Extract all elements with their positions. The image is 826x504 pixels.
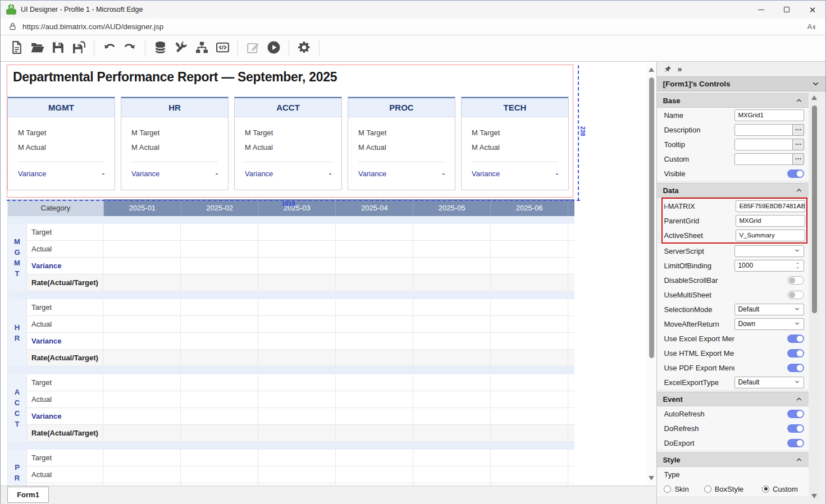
grid-cell[interactable] bbox=[413, 450, 491, 466]
grid-cell[interactable] bbox=[258, 299, 336, 315]
grid-cell[interactable] bbox=[491, 258, 568, 274]
grid-cell[interactable] bbox=[103, 374, 181, 391]
grid-cell[interactable] bbox=[336, 466, 413, 483]
grid-cell[interactable] bbox=[103, 299, 181, 315]
undo-button[interactable] bbox=[99, 38, 120, 59]
grid-cell[interactable] bbox=[103, 391, 181, 407]
grid-cell[interactable] bbox=[103, 274, 181, 291]
scroll-down-icon[interactable] bbox=[811, 494, 817, 498]
use-pdf-export-menu-toggle[interactable] bbox=[787, 364, 804, 372]
grid-cell[interactable] bbox=[491, 425, 568, 441]
grid-cell[interactable] bbox=[413, 224, 491, 240]
grid-cell[interactable] bbox=[491, 350, 568, 366]
autorefresh-toggle[interactable] bbox=[787, 410, 804, 418]
panel-scrollbar[interactable] bbox=[810, 93, 819, 501]
grid-cell[interactable] bbox=[103, 408, 181, 424]
grid-cell[interactable] bbox=[103, 224, 181, 240]
edit-button[interactable] bbox=[243, 38, 263, 59]
grid-cell[interactable] bbox=[413, 391, 491, 407]
grid-cell[interactable] bbox=[336, 241, 413, 257]
dept-card-tech[interactable]: TECHM TargetM ActualVariance- bbox=[461, 97, 569, 190]
ellipsis-button[interactable]: ··· bbox=[792, 153, 804, 165]
grid-cell[interactable] bbox=[258, 391, 336, 407]
parentgrid-input[interactable]: MXGrid bbox=[736, 215, 805, 227]
grid-cell[interactable] bbox=[258, 274, 336, 291]
code-button[interactable] bbox=[212, 38, 233, 59]
grid-cell[interactable] bbox=[258, 425, 336, 441]
disablescrollbar-toggle[interactable] bbox=[787, 276, 804, 285]
grid-cell[interactable] bbox=[413, 274, 491, 291]
collapse-panel-icon[interactable]: » bbox=[677, 65, 682, 74]
minimize-button[interactable] bbox=[748, 1, 774, 19]
ellipsis-button[interactable]: ··· bbox=[792, 124, 804, 136]
grid-cell[interactable] bbox=[413, 466, 491, 483]
grid-cell[interactable] bbox=[181, 466, 258, 483]
maximize-button[interactable] bbox=[774, 1, 800, 19]
serverscript-select[interactable] bbox=[734, 245, 804, 257]
grid-cell[interactable] bbox=[336, 299, 413, 315]
open-folder-button[interactable] bbox=[27, 38, 48, 59]
limitofbinding-spinner[interactable]: 1000 bbox=[734, 260, 804, 272]
grid-cell[interactable] bbox=[103, 241, 181, 257]
grid-cell[interactable] bbox=[181, 408, 258, 424]
grid-cell[interactable] bbox=[336, 425, 413, 441]
grid-cell[interactable] bbox=[258, 374, 336, 391]
data-grid[interactable]: Category2025-012025-022025-032025-042025… bbox=[7, 199, 574, 485]
grid-cell[interactable] bbox=[181, 258, 258, 274]
use-html-export-menu-toggle[interactable] bbox=[787, 349, 804, 358]
grid-cell[interactable] bbox=[258, 408, 336, 424]
grid-cell[interactable] bbox=[336, 333, 413, 349]
grid-cell[interactable] bbox=[491, 408, 568, 424]
grid-cell[interactable] bbox=[258, 466, 336, 483]
database-button[interactable] bbox=[150, 38, 171, 59]
grid-cell[interactable] bbox=[336, 224, 413, 240]
canvas-scrollbar[interactable] bbox=[647, 63, 656, 485]
grid-cell[interactable] bbox=[336, 391, 413, 407]
grid-cell[interactable] bbox=[181, 299, 258, 315]
close-button[interactable]: ✕ bbox=[800, 1, 825, 19]
grid-cell[interactable] bbox=[491, 241, 568, 257]
visible-toggle[interactable] bbox=[787, 169, 804, 178]
selectionmode-select[interactable]: Default bbox=[734, 304, 804, 315]
grid-cell[interactable] bbox=[413, 350, 491, 366]
grid-cell[interactable] bbox=[491, 374, 568, 391]
doexport-toggle[interactable] bbox=[787, 439, 804, 447]
scroll-up-icon[interactable] bbox=[811, 95, 817, 100]
radio-icon[interactable] bbox=[704, 485, 711, 493]
scroll-up-icon[interactable] bbox=[649, 67, 654, 72]
grid-cell[interactable] bbox=[181, 316, 258, 332]
grid-cell[interactable] bbox=[103, 333, 181, 349]
usemultisheet-toggle[interactable] bbox=[787, 291, 804, 299]
grid-cell[interactable] bbox=[103, 258, 181, 274]
grid-cell[interactable] bbox=[181, 350, 258, 366]
panel-scrollbar-thumb[interactable] bbox=[812, 106, 817, 313]
grid-cell[interactable] bbox=[258, 241, 336, 257]
grid-cell[interactable] bbox=[103, 425, 181, 441]
grid-cell[interactable] bbox=[491, 466, 568, 483]
grid-cell[interactable] bbox=[258, 333, 336, 349]
grid-cell[interactable] bbox=[181, 374, 258, 391]
grid-cell[interactable] bbox=[491, 299, 568, 315]
run-button[interactable] bbox=[263, 38, 284, 59]
name-input[interactable]: MXGrid1 bbox=[734, 109, 804, 121]
redo-button[interactable] bbox=[120, 38, 140, 59]
tools-button[interactable] bbox=[171, 38, 191, 59]
ellipsis-button[interactable]: ··· bbox=[792, 139, 804, 150]
grid-cell[interactable] bbox=[491, 391, 568, 407]
grid-cell[interactable] bbox=[413, 408, 491, 424]
grid-cell[interactable] bbox=[336, 374, 413, 391]
moveafterreturn-select[interactable]: Down bbox=[734, 318, 804, 330]
dept-card-proc[interactable]: PROCM TargetM ActualVariance- bbox=[348, 97, 455, 190]
settings-button[interactable] bbox=[294, 38, 314, 59]
grid-cell[interactable] bbox=[258, 450, 336, 466]
dept-card-hr[interactable]: HRM TargetM ActualVariance- bbox=[121, 97, 229, 190]
tab-form1[interactable]: Form1 bbox=[7, 487, 49, 503]
radio-icon[interactable] bbox=[664, 485, 671, 493]
grid-cell[interactable] bbox=[258, 350, 336, 366]
pin-icon[interactable] bbox=[664, 65, 672, 73]
grid-cell[interactable] bbox=[491, 450, 568, 466]
excelexporttype-select[interactable]: Default bbox=[734, 377, 804, 388]
panel-title-bar[interactable]: [Form1]'s Controls bbox=[657, 76, 825, 91]
grid-cell[interactable] bbox=[181, 391, 258, 407]
grid-cell[interactable] bbox=[103, 350, 181, 366]
